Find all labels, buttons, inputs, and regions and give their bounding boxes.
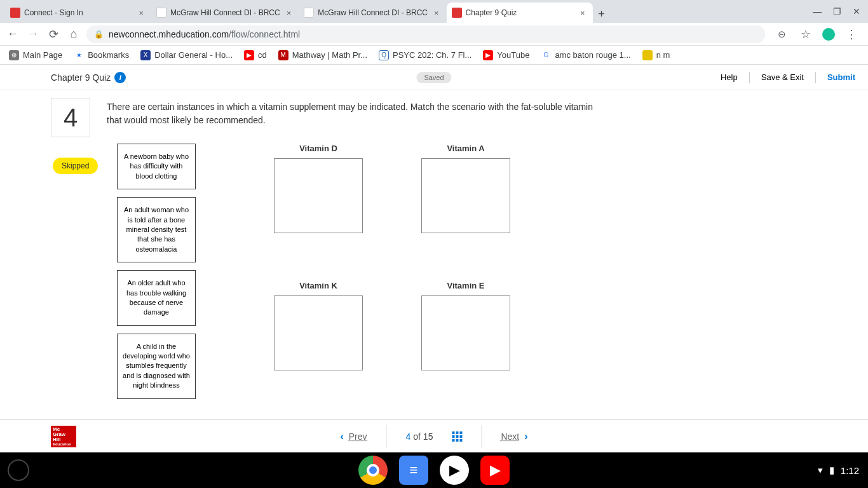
bookmark-icon: ⊕ [9,50,19,60]
bookmark-icon: M [278,50,288,60]
bookmark-item[interactable]: XDollar General - Ho... [140,50,233,60]
chrome-icon[interactable] [358,456,388,485]
close-icon[interactable]: × [578,8,588,18]
bookmark-icon: ▶ [483,50,493,60]
favicon [10,8,20,18]
bookmark-icon: X [140,50,151,60]
question-grid-icon[interactable] [452,431,462,442]
question-number: 4 [51,98,90,137]
browser-tab-strip: Connect - Sign In × McGraw Hill Connect … [0,0,868,23]
launcher-icon[interactable] [8,459,29,481]
browser-tab-active[interactable]: Chapter 9 Quiz × [447,3,593,23]
address-bar-row: ← → ⟳ ⌂ 🔒 newconnect.mheducation.com/flo… [0,23,868,46]
browser-tab[interactable]: McGraw Hill Connect DI - BRCC × [151,3,299,23]
chevron-left-icon: ‹ [340,431,343,442]
app-header: Chapter 9 Quiz i Saved Help Save & Exit … [0,65,868,90]
play-store-icon[interactable]: ▶ [440,456,469,485]
info-icon[interactable]: i [114,72,126,83]
target-label: Vitamin D [299,144,337,153]
divider [749,72,750,83]
divider [481,425,482,448]
bookmark-item[interactable]: ⊕Main Page [9,50,62,60]
bookmark-label: amc baton rouge 1... [555,50,630,60]
close-icon[interactable]: × [431,8,442,18]
help-link[interactable]: Help [721,72,738,82]
target-label: Vitamin A [447,144,484,153]
menu-icon[interactable]: ⋮ [844,27,859,42]
bookmark-item[interactable]: n m [642,50,670,60]
battery-icon[interactable]: ▮ [829,464,834,476]
bookmark-label: YouTube [497,50,529,60]
tab-title: McGraw Hill Connect DI - BRCC [318,8,428,17]
back-icon[interactable]: ← [5,27,20,42]
question-text: There are certain instances in which a v… [107,98,602,127]
bookmark-label: Mathway | Math Pr... [292,50,367,60]
minimize-icon[interactable]: — [813,6,822,17]
close-icon[interactable]: × [136,8,146,18]
bookmark-item[interactable]: QPSYC 202: Ch. 7 Fl... [379,50,471,60]
bookmark-label: n m [656,50,670,60]
docs-icon[interactable]: ≡ [399,456,428,485]
target-group: Vitamin A [407,144,525,262]
target-group: Vitamin E [407,281,525,399]
save-exit-link[interactable]: Save & Exit [761,72,804,82]
clock[interactable]: 1:12 [841,465,859,476]
bookmark-icon: G [541,50,551,60]
lock-icon: 🔒 [94,30,104,39]
star-icon[interactable]: ☆ [798,27,813,42]
bookmark-icon: Q [379,50,389,60]
bookmark-item[interactable]: ▶cd [244,50,267,60]
tab-title: Chapter 9 Quiz [466,8,574,17]
drop-target[interactable] [421,295,510,370]
bookmark-item[interactable]: MMathway | Math Pr... [278,50,367,60]
chevron-right-icon: › [524,431,527,442]
target-group: Vitamin K [259,281,377,399]
scenario-card[interactable]: An older adult who has trouble walking b… [117,270,196,326]
close-icon[interactable]: × [284,8,294,18]
new-tab-button[interactable]: + [593,5,611,23]
target-label: Vitamin K [299,281,337,290]
quiz-footer: Mc Graw Hill Education ‹ Prev 4 of 15 Ne… [0,419,868,452]
mcgraw-hill-logo: Mc Graw Hill Education [51,426,76,447]
home-icon[interactable]: ⌂ [66,27,81,42]
drop-target[interactable] [421,158,510,233]
reload-icon[interactable]: ⟳ [46,27,61,42]
divider [815,72,816,83]
prev-button[interactable]: ‹ Prev [340,431,367,442]
forward-icon[interactable]: → [25,27,41,42]
browser-tab[interactable]: Connect - Sign In × [5,3,151,23]
wifi-icon[interactable]: ▾ [818,464,823,476]
zoom-icon[interactable]: ⊝ [774,27,789,42]
submit-button[interactable]: Submit [827,72,855,82]
bookmark-item[interactable]: ★Bookmarks [74,50,129,60]
browser-tab[interactable]: McGraw Hill Connect DI - BRCC × [299,3,446,23]
next-button[interactable]: Next › [501,431,527,442]
scenario-card[interactable]: A newborn baby who has difficulty with b… [117,144,196,189]
close-window-icon[interactable]: ✕ [853,6,860,17]
os-taskbar: ≡ ▶ ▶ ▾ ▮ 1:12 [0,452,868,488]
url-path: /flow/connect.html [229,29,300,39]
bookmarks-bar: ⊕Main Page ★Bookmarks XDollar General - … [0,46,868,65]
bookmark-icon: ★ [74,50,84,60]
matching-area: A newborn baby who has difficulty with b… [117,144,525,399]
status-badge-skipped: Skipped [53,158,98,174]
grammarly-icon[interactable] [822,28,835,41]
scenario-card[interactable]: A child in the developing world who stum… [117,334,196,399]
window-controls: — ❐ ✕ [813,6,868,17]
youtube-icon[interactable]: ▶ [480,456,510,485]
drop-target[interactable] [274,158,363,233]
question-content: 4 There are certain instances in which a… [0,90,868,419]
url-bar[interactable]: 🔒 newconnect.mheducation.com/flow/connec… [86,25,765,43]
bookmark-item[interactable]: ▶YouTube [483,50,529,60]
next-label: Next [501,431,519,442]
bookmark-item[interactable]: Gamc baton rouge 1... [541,50,630,60]
prev-label: Prev [349,431,367,442]
bookmark-label: Dollar General - Ho... [154,50,233,60]
favicon [304,8,314,18]
bookmark-label: PSYC 202: Ch. 7 Fl... [393,50,471,60]
drop-target[interactable] [274,295,363,370]
target-grid: Vitamin D Vitamin A Vitamin K Vitamin E [259,144,525,399]
bookmark-label: Bookmarks [88,50,129,60]
scenario-card[interactable]: An adult woman who is told after a bone … [117,197,196,262]
maximize-icon[interactable]: ❐ [833,6,841,17]
